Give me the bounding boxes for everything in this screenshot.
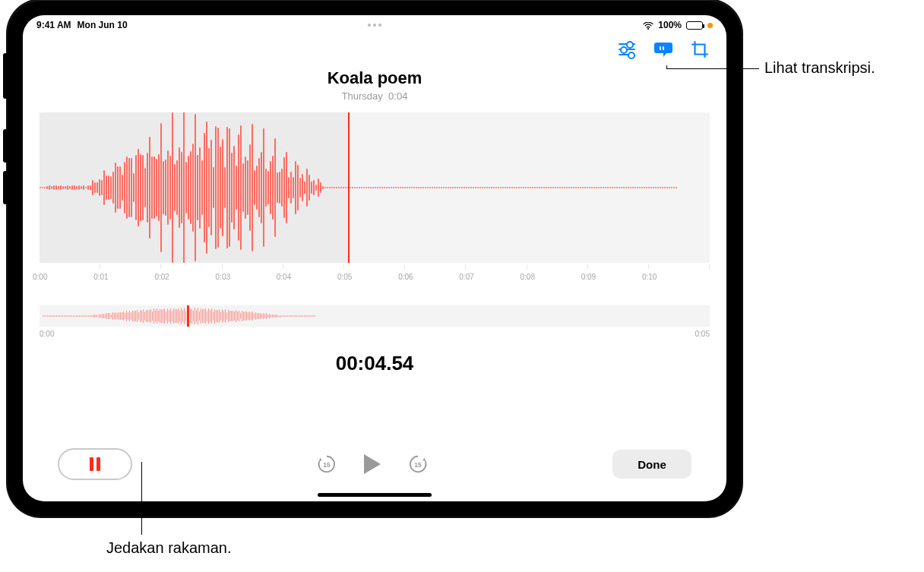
home-indicator[interactable] xyxy=(318,493,432,497)
overview-waveform[interactable]: 0:00 0:05 xyxy=(40,305,710,338)
skip-back-15-button[interactable]: 15 xyxy=(315,453,338,476)
wifi-icon xyxy=(643,21,653,29)
svg-rect-2 xyxy=(663,46,664,50)
skip-back-icon: 15 xyxy=(316,453,337,475)
status-bar: 9:41 AM Mon Jun 10 100% xyxy=(23,15,726,32)
sliders-icon xyxy=(619,43,635,55)
mini-waveform xyxy=(43,305,710,327)
ipad-frame: 9:41 AM Mon Jun 10 100% xyxy=(8,0,742,517)
time-ruler: 0:000:010:020:030:040:050:060:070:080:09… xyxy=(40,264,710,286)
svg-text:15: 15 xyxy=(323,461,331,469)
volume-down-button[interactable] xyxy=(3,171,8,204)
svg-point-0 xyxy=(647,27,649,29)
recording-subtitle: Thursday 0:04 xyxy=(23,90,726,102)
overview-start: 0:00 xyxy=(40,330,54,338)
waveform-editor[interactable]: 0:000:010:020:030:040:050:060:070:080:09… xyxy=(40,112,710,281)
battery-percent: 100% xyxy=(658,20,682,30)
waveform xyxy=(40,112,710,263)
power-button[interactable] xyxy=(3,53,8,99)
multitask-dots[interactable] xyxy=(368,24,381,27)
pause-icon xyxy=(97,457,100,471)
callout-transcript: Lihat transkripsi. xyxy=(764,59,875,77)
svg-rect-1 xyxy=(660,46,661,50)
transport-controls: 15 15 Done xyxy=(23,448,726,480)
callout-leader xyxy=(666,68,759,69)
overview-end: 0:05 xyxy=(695,330,710,338)
skip-forward-15-button[interactable]: 15 xyxy=(407,453,429,476)
transcript-button[interactable] xyxy=(653,41,673,58)
callout-pause: Jedakan rakaman. xyxy=(106,539,232,557)
trim-button[interactable] xyxy=(690,41,710,58)
volume-up-button[interactable] xyxy=(3,129,8,163)
elapsed-time: 00:04.54 xyxy=(23,352,726,375)
screen: 9:41 AM Mon Jun 10 100% xyxy=(23,15,726,501)
callout-leader xyxy=(141,462,142,535)
mic-in-use-indicator xyxy=(707,23,713,28)
pause-icon xyxy=(90,457,93,471)
overview-playhead[interactable] xyxy=(187,305,189,327)
speech-bubble-icon xyxy=(653,41,673,58)
callout-leader xyxy=(666,65,667,69)
svg-text:15: 15 xyxy=(414,461,422,469)
pause-record-button[interactable] xyxy=(58,448,132,480)
status-time: 9:41 AM xyxy=(36,20,71,30)
crop-icon xyxy=(690,40,710,59)
playback-settings-button[interactable] xyxy=(617,41,637,58)
playhead[interactable] xyxy=(348,112,350,263)
play-button[interactable] xyxy=(364,454,381,474)
status-date: Mon Jun 10 xyxy=(78,20,128,30)
skip-forward-icon: 15 xyxy=(407,453,429,475)
recording-title[interactable]: Koala poem xyxy=(23,68,726,88)
toolbar xyxy=(617,41,710,58)
battery-icon xyxy=(686,21,703,30)
done-button[interactable]: Done xyxy=(612,450,691,479)
